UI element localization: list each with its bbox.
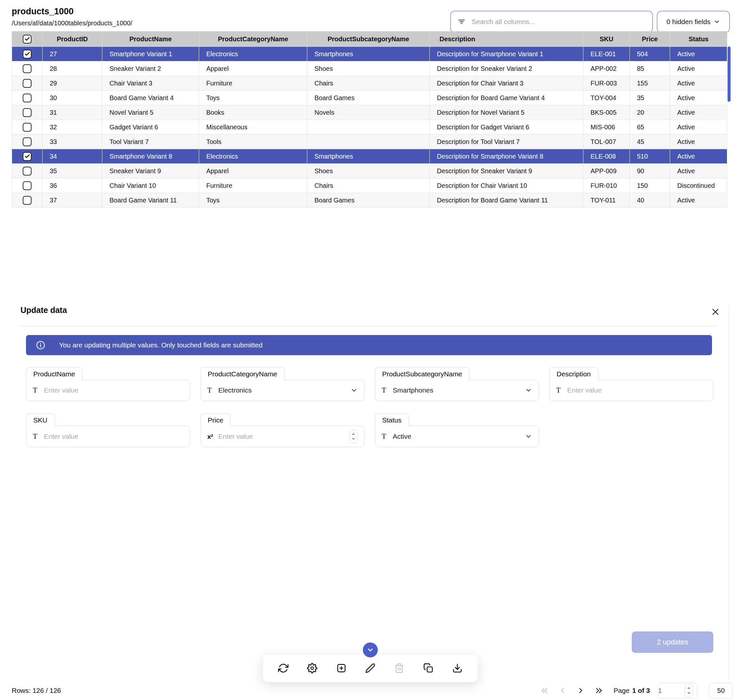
productcategoryname-select[interactable]: ProductCategoryName T Electronics [200,379,364,401]
cell-productname: Smartphone Variant 1 [102,47,199,62]
row-checkbox[interactable] [23,152,31,161]
table-row[interactable]: 31 Novel Variant 5 Books Novels Descript… [12,105,727,120]
cell-price: 65 [630,120,670,135]
search-input[interactable]: Search all columns... [450,11,653,33]
cell-productid: 35 [43,164,102,178]
duplicate-copy-icon[interactable] [423,663,434,674]
cell-productid: 37 [43,193,102,208]
cell-status: Active [670,76,727,91]
column-header-status[interactable]: Status [670,31,727,47]
page-number-stepper[interactable] [685,684,693,697]
hidden-fields-dropdown[interactable]: 0 hidden fields [657,11,730,33]
row-checkbox[interactable] [23,181,31,190]
table-row[interactable]: 36 Chair Variant 10 Furniture Chairs Des… [12,178,727,193]
cell-price: 35 [630,91,670,105]
description-field[interactable]: Description T Enter value [549,379,713,401]
settings-gear-icon[interactable] [307,663,318,674]
row-checkbox[interactable] [23,94,31,102]
table-row[interactable]: 35 Sneaker Variant 9 Apparel Shoes Descr… [12,164,727,178]
page-number-input[interactable]: 1 [658,683,697,699]
row-checkbox[interactable] [23,79,31,88]
cell-productname: Novel Variant 5 [102,105,199,120]
page-number-value: 1 [658,687,662,694]
table-row[interactable]: 37 Board Game Variant 11 Toys Board Game… [12,193,727,208]
column-header-description[interactable]: Description [430,31,583,47]
table-row[interactable]: 34 Smartphone Variant 8 Electronics Smar… [12,149,727,164]
cell-productname: Sneaker Variant 9 [102,164,199,178]
cell-sku: TOY-004 [583,91,630,105]
cell-subcategory: Board Games [307,193,430,208]
cell-sku: BKS-005 [583,105,630,120]
column-header-productname[interactable]: ProductName [102,31,199,47]
table-header-row: ProductID ProductName ProductCategoryNam… [12,31,727,47]
productsubcategoryname-select[interactable]: ProductSubcategoryName T Smartphones [375,379,539,401]
cell-description: Description for Sneaker Variant 2 [430,62,583,76]
filter-icon [457,18,466,26]
text-type-icon: T [381,432,390,441]
table-row[interactable]: 27 Smartphone Variant 1 Electronics Smar… [12,47,727,62]
column-header-sku[interactable]: SKU [583,31,630,47]
row-checkbox[interactable] [23,196,31,205]
cell-productname: Sneaker Variant 2 [102,62,199,76]
row-checkbox[interactable] [23,137,31,146]
add-record-icon[interactable] [336,663,347,674]
chevron-down-icon [525,387,532,394]
close-icon[interactable] [710,306,721,317]
cell-subcategory: Shoes [307,164,430,178]
edit-pencil-icon[interactable] [365,663,376,674]
cell-subcategory: Board Games [307,91,430,105]
delete-trash-icon [394,663,405,674]
row-checkbox[interactable] [23,123,31,132]
select-value: Active [393,432,411,440]
cell-subcategory: Smartphones [307,149,430,164]
download-icon[interactable] [452,663,463,674]
select-all-checkbox[interactable] [23,35,31,44]
cell-price: 90 [630,164,670,178]
column-header-subcategory[interactable]: ProductSubcategoryName [307,31,430,47]
status-select[interactable]: Status T Active [375,426,539,447]
table-row[interactable]: 29 Chair Variant 3 Furniture Chairs Desc… [12,76,727,91]
next-page-button[interactable] [574,684,588,697]
column-header-productid[interactable]: ProductID [43,31,102,47]
productname-field-label: ProductName [26,367,82,381]
page-status-label: Page1 of 3 [613,687,650,694]
chevron-down-icon [525,433,532,440]
refresh-icon[interactable] [278,663,289,674]
cell-category: Books [199,105,307,120]
first-page-button [538,684,551,697]
cell-price: 510 [630,149,670,164]
cell-category: Electronics [199,47,307,62]
cell-productid: 33 [43,135,102,149]
row-checkbox[interactable] [23,108,31,117]
table-row[interactable]: 28 Sneaker Variant 2 Apparel Shoes Descr… [12,62,727,76]
cell-subcategory [307,135,430,149]
cell-subcategory: Shoes [307,62,430,76]
row-checkbox[interactable] [23,50,31,59]
number-stepper[interactable] [349,430,358,443]
sku-field[interactable]: SKU T Enter value [26,426,190,447]
row-checkbox[interactable] [23,167,31,175]
number-type-icon: x² [207,433,216,440]
row-checkbox[interactable] [23,64,31,73]
table-row[interactable]: 32 Gadget Variant 6 Miscellaneous Descri… [12,120,727,135]
productname-field[interactable]: ProductName T Enter value [26,379,190,401]
table-scrollbar-thumb[interactable] [728,47,731,102]
sku-field-label: SKU [26,413,55,427]
cell-price: 504 [630,47,670,62]
table-row[interactable]: 30 Board Game Variant 4 Toys Board Games… [12,91,727,105]
cell-subcategory [307,120,430,135]
cell-description: Description for Board Game Variant 11 [430,193,583,208]
select-all-cell [12,31,43,47]
table-row[interactable]: 33 Tool Variant 7 Tools Description for … [12,135,727,149]
column-header-price[interactable]: Price [630,31,670,47]
updates-submit-button[interactable]: 2 updates [632,631,713,653]
last-page-button[interactable] [592,684,606,697]
price-field[interactable]: Price x² Enter value [200,426,364,447]
column-header-category[interactable]: ProductCategoryName [199,31,307,47]
page-size-select[interactable]: 50 [709,683,733,699]
cell-price: 40 [630,193,670,208]
collapse-toolbar-button[interactable] [363,643,378,657]
cell-category: Apparel [199,62,307,76]
cell-status: Active [670,149,727,164]
cell-description: Description for Gadget Variant 6 [430,120,583,135]
